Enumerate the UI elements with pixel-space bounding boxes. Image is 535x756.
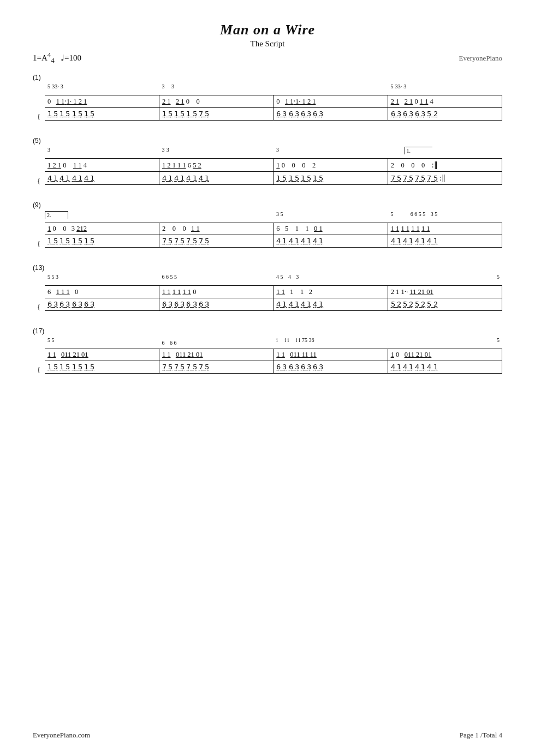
brand-label: EveryonePiano [459,54,502,63]
beats-row-5: 5 5 6 6 6 i i i i i 75 36 5 [33,337,502,349]
meta-row: 1=A44 ♩=100 EveryonePiano [33,53,502,63]
staff-5-lower-row: 1̣ 5̣ 1̣ 5̣ 1̣ 5̣ 1̣ 5̣ 7̣ 5̣ 7̣ 5̣ 7̣ 5… [33,361,502,374]
system-5: 5 5 6 6 6 i i i i i 75 36 5 { 1 1 011 21… [33,337,502,374]
m16-top: 2 1 1· 11 21 01 [388,286,502,298]
m7-bot: 1̣ 5̣ 1̣ 5̣ 1̣ 5̣ 1̣ 5̣ [274,172,388,185]
section-17-label: (17) [33,327,502,335]
m17-bot: 1̣ 5̣ 1̣ 5̣ 1̣ 5̣ 1̣ 5̣ [45,361,159,374]
staff-1-upper-row: { 0 1 11· 1 2 1 2 1 2 1 0 0 0 1 11· 1 2 … [33,95,502,108]
system-4: 5 5 3 6 6 5 5 4 5 4 3 5 { 6 1 1 1 0 1 1 … [33,274,502,311]
brace: { [33,95,45,121]
m16-bot: 5̣ 2̣ 5̣ 2̣ 5̣ 2̣ 5̣ 2̣ [388,298,502,311]
m15-bot: 4̣ 1̣ 4̣ 1̣ 4̣ 1̣ 4̣ 1̣ [274,298,388,311]
m18-top: 1 1 011 21 01 [159,349,273,361]
m19-bot: 6̣ 3̣ 6̣ 3̣ 6̣ 3̣ 6̣ 3̣ [274,361,388,374]
beats-row-1: 5 33· 3 3 3 5 33· 3 [33,83,502,95]
beats-row-3: 2. 3 5 5 6 6 5 5 3 5 [33,211,502,223]
m8-top: 2 0 0 0 :‖ [388,159,502,172]
system-2: 3 3 3 3 1. { 1 2 1 0 1 1 4 1 2 1 1 1 6 5… [33,147,502,185]
m6-bot: 4̣ 1̣ 4̣ 1̣ 4̣ 1̣ 4̣ 1̣ [159,172,273,185]
staff-5-upper-row: { 1 1 011 21 01 1 1 011 21 01 1 1 011 11… [33,349,502,361]
m11-bot: 4̣ 1̣ 4̣ 1̣ 4̣ 1̣ 4̣ 1̣ [274,235,388,248]
m4-top: 2 1 2 1 0 1 1 4 [388,95,502,108]
system-1: 5 33· 3 3 3 5 33· 3 { 0 1 11· 1 2 1 2 1 … [33,83,502,121]
artist: The Script [33,39,502,49]
staff-4-top: { 6 1 1 1 0 1 1 1 1 1 1 0 1 1 1 1 2 2 1 … [33,285,502,311]
system-3: 2. 3 5 5 6 6 5 5 3 5 { 1 0 0 3 212 2 0 0 [33,211,502,248]
section-13-label: (13) [33,264,502,272]
m1-top: 0 1 11· 1 2 1 [45,95,159,108]
m2-bot: 1̣ 5̣ 1̣ 5̣ 1̣ 5̣ 7̣ 5̣ [159,108,273,121]
m9-top: 1 0 0 3 212 [45,223,159,235]
m5-bot: 4̣ 1̣ 4̣ 1̣ 4̣ 1̣ 4̣ 1̣ [45,172,159,185]
key-info: 1=A44 ♩=100 [33,53,81,63]
m11-top: 6 5 1 1 0 1 [274,223,388,235]
page: Man on a Wire The Script 1=A44 ♩=100 Eve… [0,0,535,756]
m3-top: 0 1 11· 1 2 1 [274,95,388,108]
m19-top: 1 1 011 11 11 [274,349,388,361]
beats-row-4: 5 5 3 6 6 5 5 4 5 4 3 5 [33,274,502,285]
footer-website: EveryonePiano.com [33,731,90,740]
staff-2-top: { 1 2 1 0 1 1 4 1 2 1 1 1 6 5 2 1 0 0 0 … [33,158,502,185]
staff-4-lower-row: 6̣ 3̣ 6̣ 3̣ 6̣ 3̣ 6̣ 3̣ 6̣ 3̣ 6̣ 3̣ 6̣ 3… [33,298,502,311]
m20-bot: 4̣ 1̣ 4̣ 1̣ 4̣ 1̣ 4̣ 1̣ [388,361,502,374]
m13-bot: 6̣ 3̣ 6̣ 3̣ 6̣ 3̣ 6̣ 3̣ [45,298,159,311]
staff-1-lower-row: 1̣ 5̣ 1̣ 5̣ 1̣ 5̣ 1̣ 5̣ 1̣ 5̣ 1̣ 5̣ 1̣ 5… [33,108,502,121]
m10-top: 2 0 0 1 1 [159,223,273,235]
staff-3-top: { 1 0 0 3 212 2 0 0 1 1 6 5 1 1 0 1 1 1 … [33,223,502,248]
brace-5: { [33,349,45,374]
m17-top: 1 1 011 21 01 [45,349,159,361]
brace-4: { [33,286,45,311]
m12-top: 1 1 1 1 1 1 1 1 [388,223,502,235]
staff-1-top: { 0 1 11· 1 2 1 2 1 2 1 0 0 0 1 11· 1 2 … [33,95,502,121]
section-1-label: (1) [33,74,502,81]
staff-3-beats: 2. 3 5 5 6 6 5 5 3 5 [33,211,502,223]
staff-3-upper-row: { 1 0 0 3 212 2 0 0 1 1 6 5 1 1 0 1 1 1 … [33,223,502,235]
m6-top: 1 2 1 1 1 6 5 2 [159,159,273,172]
m8-bot: 7̣ 5̣ 7̣ 5̣ 7̣ 5̣ 7̣ 5̣ :‖ [388,172,502,185]
staff-1-top-beats: 5 33· 3 3 3 5 33· 3 [33,83,502,95]
footer: EveryonePiano.com Page 1 /Total 4 [33,731,502,740]
staff-5-beats: 5 5 6 6 6 i i i i i 75 36 5 [33,337,502,349]
brace-3: { [33,223,45,248]
section-5-label: (5) [33,137,502,145]
song-title: Man on a Wire [33,22,502,38]
m3-bot: 6̣ 3̣ 6̣ 3̣ 6̣ 3̣ 6̣ 3̣ [274,108,388,121]
footer-page: Page 1 /Total 4 [460,731,502,740]
m4-bot: 6̣ 3̣ 6̣ 3̣ 6̣ 3̣ 5̣ 2̣ [388,108,502,121]
m18-bot: 7̣ 5̣ 7̣ 5̣ 7̣ 5̣ 7̣ 5̣ [159,361,273,374]
title-area: Man on a Wire The Script [33,22,502,49]
beats-row-2: 3 3 3 3 1. [33,147,502,158]
m2-top: 2 1 2 1 0 0 [159,95,273,108]
staff-4-upper-row: { 6 1 1 1 0 1 1 1 1 1 1 0 1 1 1 1 2 2 1 … [33,286,502,298]
staff-3-lower-row: 1̣ 5̣ 1̣ 5̣ 1̣ 5̣ 1̣ 5̣ 7̣ 5̣ 7̣ 5̣ 7̣ 5… [33,235,502,248]
m14-top: 1 1 1 1 1 1 0 [159,286,273,298]
m12-bot: 4̣ 1̣ 4̣ 1̣ 4̣ 1̣ 4̣ 1̣ [388,235,502,248]
m13-top: 6 1 1 1 0 [45,286,159,298]
m7-top: 1 0 0 0 2 [274,159,388,172]
m10-bot: 7̣ 5̣ 7̣ 5̣ 7̣ 5̣ 7̣ 5̣ [159,235,273,248]
staff-4-beats: 5 5 3 6 6 5 5 4 5 4 3 5 [33,274,502,285]
staff-2-beats: 3 3 3 3 1. [33,147,502,158]
m14-bot: 6̣ 3̣ 6̣ 3̣ 6̣ 3̣ 6̣ 3̣ [159,298,273,311]
staff-2-lower-row: 4̣ 1̣ 4̣ 1̣ 4̣ 1̣ 4̣ 1̣ 4̣ 1̣ 4̣ 1̣ 4̣ 1… [33,172,502,185]
m9-bot: 1̣ 5̣ 1̣ 5̣ 1̣ 5̣ 1̣ 5̣ [45,235,159,248]
brace-2: { [33,159,45,185]
m5-top: 1 2 1 0 1 1 4 [45,159,159,172]
m1-bot: 1̣ 5̣ 1̣ 5̣ 1̣ 5̣ 1̣ 5̣ [45,108,159,121]
staff-5-top: { 1 1 011 21 01 1 1 011 21 01 1 1 011 11… [33,349,502,374]
section-9-label: (9) [33,201,502,209]
m15-top: 1 1 1 1 2 [274,286,388,298]
staff-2-upper-row: { 1 2 1 0 1 1 4 1 2 1 1 1 6 5 2 1 0 0 0 … [33,159,502,172]
m20-top: 1 0 011 21 01 [388,349,502,361]
